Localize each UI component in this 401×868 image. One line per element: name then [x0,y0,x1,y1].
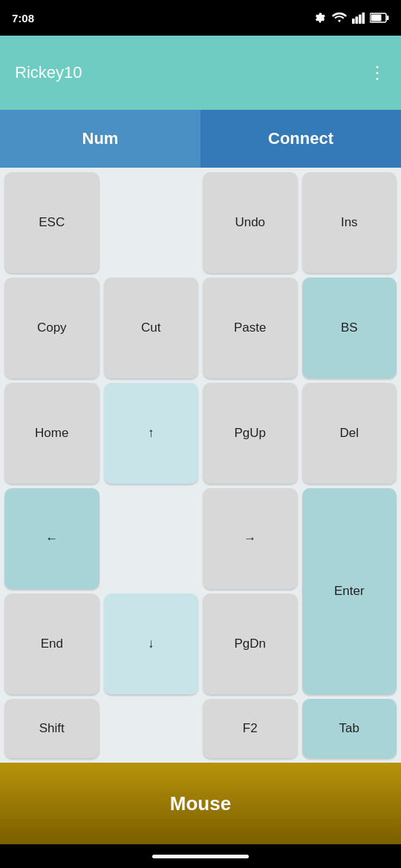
svg-rect-5 [371,15,382,22]
key-left[interactable]: ← [4,488,100,589]
key-del[interactable]: Del [302,383,397,484]
gear-icon [313,11,327,24]
key-esc[interactable]: ESC [4,172,100,273]
more-options-icon[interactable]: ⋮ [368,62,386,83]
key-ins[interactable]: Ins [302,172,397,273]
key-enter[interactable]: Enter [302,488,397,694]
status-icons [313,11,389,24]
svg-rect-6 [387,16,389,20]
status-time: 7:08 [12,12,34,24]
svg-rect-0 [352,19,355,24]
svg-rect-2 [359,15,362,24]
key-right[interactable]: → [203,488,298,589]
key-empty-2 [104,488,199,589]
key-shift[interactable]: Shift [4,699,100,758]
key-f2[interactable]: F2 [203,699,298,758]
key-empty-1 [104,172,199,273]
app-title: Rickey10 [15,63,82,82]
key-end[interactable]: End [4,594,100,694]
home-indicator [152,855,249,858]
key-down[interactable]: ↓ [104,594,199,694]
key-copy[interactable]: Copy [4,277,100,378]
home-bar [0,844,401,868]
svg-rect-3 [362,13,365,24]
status-bar: 7:08 [0,0,401,36]
battery-icon [370,13,389,23]
key-pgdn[interactable]: PgDn [203,594,298,694]
mouse-button[interactable]: Mouse [0,763,401,844]
key-pgup[interactable]: PgUp [203,383,298,484]
key-up[interactable]: ↑ [104,383,199,484]
tab-num[interactable]: Num [0,110,200,168]
svg-rect-1 [356,16,359,24]
wifi-icon [331,11,348,24]
key-bs[interactable]: BS [302,277,397,378]
tab-connect[interactable]: Connect [200,110,401,168]
key-empty-3 [104,699,199,758]
app-header: Rickey10 ⋮ [0,36,401,110]
key-undo[interactable]: Undo [203,172,298,273]
signal-icon [352,11,365,24]
key-home[interactable]: Home [4,383,100,484]
tab-bar: Num Connect [0,110,401,168]
key-cut[interactable]: Cut [104,277,199,378]
key-paste[interactable]: Paste [203,277,298,378]
key-tab[interactable]: Tab [302,699,397,758]
key-grid: ESC Undo Ins Copy Cut Paste BS Home ↑ Pg… [0,168,401,763]
